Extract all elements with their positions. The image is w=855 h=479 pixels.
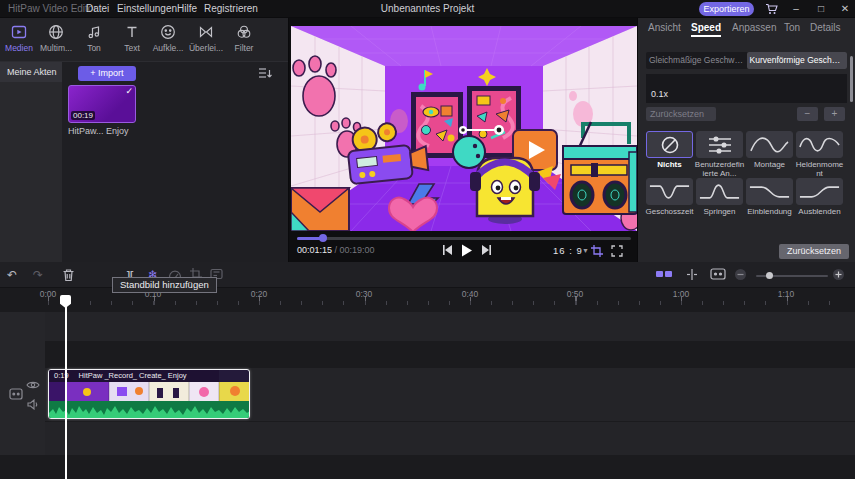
preset-label: Nichts [644, 160, 695, 169]
preview-panel: 00:01:15 / 00:19:00 16 : 9 ▼ [288, 18, 638, 262]
hero-moment-curve-icon [797, 131, 842, 158]
empty-track-row[interactable] [45, 422, 855, 455]
preset-montage-tile[interactable] [746, 131, 793, 158]
preset-label: Springen [694, 207, 745, 216]
clip-title: HitPaw _Record_ Create_ Enjoy [79, 371, 187, 380]
preset-label: Montage [744, 160, 795, 169]
clip-title-bar: 0:19HitPaw _Record_ Create_ Enjoy [49, 370, 219, 382]
sidebar-item-meine-akten[interactable]: Meine Akten [0, 62, 62, 82]
preset-einblendung-tile[interactable] [746, 178, 793, 205]
reset-field-disabled: Zurücksetzen [646, 107, 716, 121]
ribbon-tab-medien[interactable]: Medien [1, 23, 37, 53]
preview-scrubber-handle[interactable] [319, 234, 327, 242]
text-icon [123, 23, 141, 41]
zoom-in-icon[interactable] [832, 268, 848, 284]
media-clip-thumbnail[interactable]: ✓ 00:19 [68, 85, 136, 123]
ribbon-tab-uebergaenge[interactable]: Überlei... [188, 23, 224, 53]
fullscreen-icon[interactable] [611, 245, 623, 257]
preset-springen-tile[interactable] [696, 178, 743, 205]
timeline-panel: ↶ ↷ ][ ❄ [0, 262, 855, 479]
preset-ausblenden-tile[interactable] [796, 178, 843, 205]
media-icon [10, 23, 28, 41]
total-time: / 00:19:00 [332, 245, 375, 255]
next-frame-button[interactable] [480, 244, 493, 256]
inspector-scrollbar[interactable] [850, 56, 853, 102]
bullet-time-curve-icon [647, 178, 692, 205]
speed-mode-switch: Gleichmäßige Geschwin... Kurvenförmige G… [646, 52, 847, 69]
track-header-column [0, 312, 45, 455]
preset-geschosszeit-tile[interactable] [646, 178, 693, 205]
undo-icon[interactable]: ↶ [4, 268, 20, 284]
tab-uniform-speed[interactable]: Gleichmäßige Geschwin... [646, 52, 747, 69]
track-mute-speaker-icon[interactable] [27, 399, 39, 410]
track-visibility-eye-icon[interactable] [26, 380, 40, 390]
tab-details[interactable]: Details [810, 22, 841, 33]
music-note-icon [85, 23, 103, 41]
aspect-ratio-selector[interactable]: 16 : 9 [553, 245, 583, 256]
playhead-line[interactable] [65, 306, 67, 479]
montage-curve-icon [747, 131, 792, 158]
import-button[interactable]: + Import [78, 66, 136, 81]
maximize-button[interactable]: □ [814, 2, 828, 16]
cart-icon[interactable] [765, 3, 778, 15]
ruler-minor-ticks [48, 301, 838, 305]
keyframe-view-icon[interactable] [710, 268, 726, 284]
preset-custom-tile[interactable] [696, 131, 743, 158]
clip-audio-waveform [49, 401, 250, 419]
time-display: 00:01:15 / 00:19:00 [297, 245, 375, 255]
minimize-button[interactable]: – [789, 2, 803, 16]
ribbon-tab-text[interactable]: Text [114, 23, 150, 53]
media-clip-name: HitPaw... Enjoy [68, 126, 138, 136]
ribbon-tab-aufkleber[interactable]: Aufkle... [150, 23, 186, 53]
reset-button[interactable]: Zurücksetzen [779, 244, 849, 259]
preview-scrubber-track[interactable] [297, 237, 631, 240]
marker-pointer-icon[interactable] [686, 268, 702, 284]
timeline-clip[interactable]: 0:19HitPaw _Record_ Create_ Enjoy [48, 369, 250, 419]
redo-icon[interactable]: ↷ [30, 268, 46, 284]
auto-ripple-icon[interactable] [655, 268, 671, 284]
zoom-out-icon[interactable] [734, 268, 750, 284]
ribbon-tab-multimedia[interactable]: Multim... [38, 23, 74, 53]
preset-nichts-tile[interactable] [646, 131, 693, 158]
tab-speed[interactable]: Speed [691, 22, 721, 37]
custom-sliders-icon [707, 135, 733, 155]
media-sidebar: Meine Akten [0, 62, 62, 262]
speed-curve-editor[interactable] [646, 74, 847, 103]
tab-ton[interactable]: Ton [784, 22, 800, 33]
fade-in-curve-icon [747, 178, 792, 205]
tab-anpassen[interactable]: Anpassen [732, 22, 776, 33]
previous-frame-button[interactable] [441, 244, 454, 256]
video-track-icon [9, 388, 23, 400]
globe-icon [47, 23, 65, 41]
ribbon-tab-ton[interactable]: Ton [76, 23, 112, 53]
fade-out-curve-icon [797, 178, 842, 205]
tab-ansicht[interactable]: Ansicht [648, 22, 681, 33]
crop-icon[interactable] [591, 245, 603, 257]
clip-duration-badge: 00:19 [71, 111, 95, 120]
speed-decrease-button[interactable]: − [797, 107, 818, 121]
preset-label: Geschosszeit [644, 207, 695, 216]
ribbon-tab-filter[interactable]: Filter [226, 23, 262, 53]
empty-track-row[interactable] [45, 312, 855, 341]
export-button[interactable]: Exportieren [699, 2, 754, 16]
selected-check-icon: ✓ [125, 86, 133, 96]
play-button[interactable] [460, 244, 473, 257]
preset-label: Einblendung [744, 207, 795, 216]
sort-icon[interactable] [258, 67, 272, 79]
media-type-ribbon: Medien Multim... Ton Text Aufkle... [0, 18, 288, 62]
playhead-handle[interactable] [60, 295, 71, 308]
media-library: + Import ✓ 00:19 HitPaw... Enjoy [62, 62, 288, 262]
delete-icon[interactable] [62, 268, 78, 284]
hitpaw-video-editor-window: HitPaw Video Editor Datei Einstellungen … [0, 0, 855, 479]
speed-increase-button[interactable]: + [824, 107, 845, 121]
tab-curve-speed[interactable]: Kurvenförmige Geschwi... [747, 52, 848, 69]
chevron-down-icon: ▼ [582, 247, 589, 254]
close-button[interactable]: ✕ [838, 2, 852, 16]
preset-heldenmoment-tile[interactable] [796, 131, 843, 158]
clip-filmstrip [49, 382, 250, 401]
inspector-panel: Ansicht Speed Anpassen Ton Details Gleic… [638, 18, 855, 262]
timeline-zoom-handle[interactable] [766, 272, 773, 279]
transition-icon [197, 23, 215, 41]
title-bar: HitPaw Video Editor Datei Einstellungen … [0, 0, 855, 18]
video-preview [291, 26, 637, 231]
